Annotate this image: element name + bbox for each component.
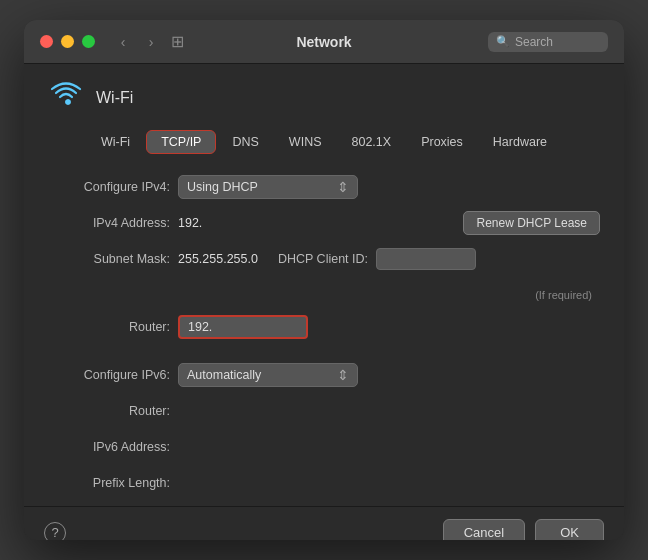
router-row: Router: [48, 314, 600, 340]
traffic-lights [40, 35, 95, 48]
if-required-text: (If required) [535, 289, 592, 301]
wifi-icon-container [48, 80, 84, 116]
tab-dns[interactable]: DNS [218, 130, 272, 154]
content-area: Wi-Fi Wi-Fi TCP/IP DNS WINS 802.1X Proxi… [24, 64, 624, 506]
configure-ipv6-value: Automatically [187, 368, 261, 382]
ipv6-router-row: Router: [48, 398, 600, 424]
cancel-button[interactable]: Cancel [443, 519, 525, 540]
subnet-mask-value: 255.255.255.0 [178, 252, 258, 266]
tab-wifi[interactable]: Wi-Fi [87, 130, 144, 154]
tab-wins[interactable]: WINS [275, 130, 336, 154]
network-preferences-window: ‹ › ⊞ Network 🔍 Search Wi- [24, 20, 624, 540]
dhcp-client-id-input[interactable] [376, 248, 476, 270]
title-bar: ‹ › ⊞ Network 🔍 Search [24, 20, 624, 64]
subnet-mask-row: Subnet Mask: 255.255.255.0 DHCP Client I… [48, 246, 600, 272]
if-required-row: (If required) [48, 282, 600, 308]
search-icon: 🔍 [496, 35, 510, 48]
divider [48, 350, 600, 362]
tab-proxies[interactable]: Proxies [407, 130, 477, 154]
nav-buttons: ‹ › [111, 30, 163, 54]
wifi-icon [50, 80, 82, 116]
chevron-updown-icon-2: ⇕ [337, 367, 349, 383]
action-buttons: Cancel OK [443, 519, 604, 540]
forward-button[interactable]: › [139, 30, 163, 54]
ipv4-address-value: 192. [178, 216, 202, 230]
help-button[interactable]: ? [44, 522, 66, 541]
prefix-length-row: Prefix Length: [48, 470, 600, 496]
configure-ipv6-row: Configure IPv6: Automatically ⇕ [48, 362, 600, 388]
grid-icon: ⊞ [171, 32, 184, 51]
tab-8021x[interactable]: 802.1X [338, 130, 406, 154]
search-placeholder: Search [515, 35, 553, 49]
configure-ipv4-row: Configure IPv4: Using DHCP ⇕ [48, 174, 600, 200]
dhcp-client-id-label: DHCP Client ID: [278, 252, 368, 266]
router-label: Router: [48, 320, 178, 334]
tab-hardware[interactable]: Hardware [479, 130, 561, 154]
configure-ipv6-label: Configure IPv6: [48, 368, 178, 382]
dhcp-client-section: DHCP Client ID: [278, 248, 476, 270]
close-button[interactable] [40, 35, 53, 48]
ipv4-address-label: IPv4 Address: [48, 216, 178, 230]
router-input[interactable] [178, 315, 308, 339]
ipv6-router-label: Router: [48, 404, 178, 418]
chevron-updown-icon: ⇕ [337, 179, 349, 195]
ipv4-address-row: IPv4 Address: 192. Renew DHCP Lease [48, 210, 600, 236]
form-area: Configure IPv4: Using DHCP ⇕ IPv4 Addres… [48, 174, 600, 506]
configure-ipv6-select[interactable]: Automatically ⇕ [178, 363, 358, 387]
tab-tcpip[interactable]: TCP/IP [146, 130, 216, 154]
subnet-mask-label: Subnet Mask: [48, 252, 178, 266]
ok-button[interactable]: OK [535, 519, 604, 540]
bottom-bar: ? Cancel OK [24, 506, 624, 540]
ipv6-address-label: IPv6 Address: [48, 440, 178, 454]
wifi-header: Wi-Fi [48, 80, 600, 116]
configure-ipv4-label: Configure IPv4: [48, 180, 178, 194]
ipv6-address-row: IPv6 Address: [48, 434, 600, 460]
configure-ipv4-select[interactable]: Using DHCP ⇕ [178, 175, 358, 199]
prefix-length-label: Prefix Length: [48, 476, 178, 490]
fullscreen-button[interactable] [82, 35, 95, 48]
wifi-label: Wi-Fi [96, 89, 133, 107]
back-button[interactable]: ‹ [111, 30, 135, 54]
window-title: Network [296, 34, 351, 50]
configure-ipv4-value: Using DHCP [187, 180, 258, 194]
renew-dhcp-lease-button[interactable]: Renew DHCP Lease [463, 211, 600, 235]
minimize-button[interactable] [61, 35, 74, 48]
tabs-bar: Wi-Fi TCP/IP DNS WINS 802.1X Proxies Har… [48, 130, 600, 154]
search-bar[interactable]: 🔍 Search [488, 32, 608, 52]
